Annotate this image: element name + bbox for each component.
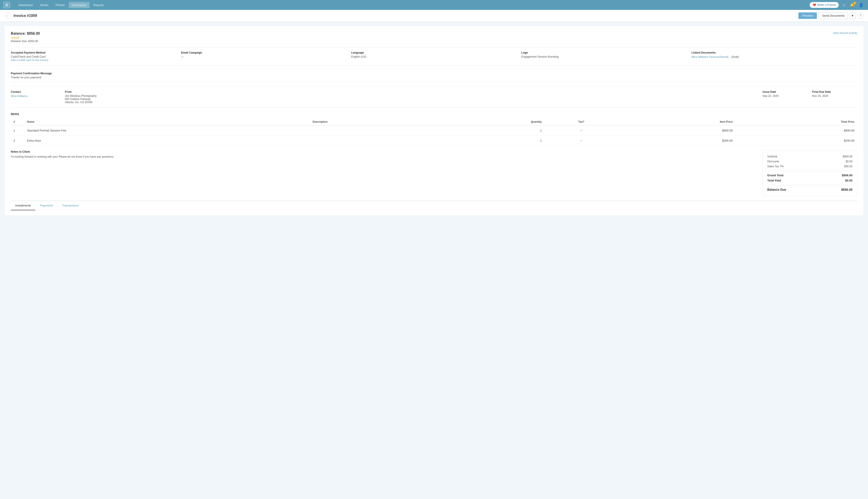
item-tax-1: ✓	[544, 125, 618, 136]
subtotal-label: Subtotal	[767, 155, 777, 158]
subtotal-row: Subtotal $800.00	[767, 154, 853, 159]
balance-due-value: $856.00	[841, 188, 853, 191]
email-campaign-label: Email Campaign	[181, 51, 347, 54]
notifications-button[interactable]: 🔔 3	[849, 2, 855, 8]
subtotal-value: $800.00	[843, 155, 853, 158]
nav-links: Dashboard Studio Photos Commerce Reports	[15, 2, 810, 8]
help-button[interactable]: ?	[857, 13, 864, 19]
linked-docs-label: Linked Documents	[692, 51, 857, 54]
col-tax: Tax?	[544, 119, 618, 125]
accepted-payment-method: Accepted Payment Method Cash/Check and C…	[11, 51, 176, 62]
linked-docs-status: (Draft)	[731, 56, 739, 59]
favorites-button[interactable]: ☆	[841, 2, 846, 8]
item-total-2: $200.00	[736, 136, 857, 146]
payment-info-grid: Accepted Payment Method Cash/Check and C…	[11, 47, 857, 65]
grand-total-row: Grand Total $856.00	[767, 173, 853, 178]
item-desc-1	[310, 125, 440, 136]
from-line1: Jen Bilodeau Photography	[65, 94, 155, 97]
issue-date-label: Issue Date	[762, 90, 808, 94]
view-recent-activity-link[interactable]: View Recent Activity	[833, 32, 857, 35]
add-credit-card-link[interactable]: Add a credit card to this invoice	[11, 59, 48, 62]
nav-dashboard[interactable]: Dashboard	[15, 2, 36, 8]
logo	[4, 2, 10, 8]
total-paid-value: $0.00	[845, 179, 853, 182]
accepted-method-value: Cash/Check and Credit Card	[11, 55, 176, 58]
final-due-date-value: Nov 16, 2020	[812, 94, 857, 97]
items-section: Items # Name Description Quantity Tax? I…	[11, 112, 857, 146]
refer-friend-button[interactable]: ❤️ Refer a Friend	[810, 2, 839, 8]
item-price-2: $200.00	[618, 136, 736, 146]
nav-reports[interactable]: Reports	[90, 2, 107, 8]
payment-confirmation-label: Payment Confirmation Message	[11, 72, 857, 75]
svg-rect-3	[7, 5, 8, 6]
payment-confirmation: Payment Confirmation Message Thanks for …	[11, 69, 857, 82]
heart-icon: ❤️	[813, 3, 816, 7]
preview-button[interactable]: Preview	[798, 12, 817, 19]
check-icon: ✓	[580, 129, 583, 132]
top-navigation: Dashboard Studio Photos Commerce Reports…	[0, 0, 868, 10]
from-line2: 600 Galleria Parkway	[65, 97, 155, 101]
back-button[interactable]: ‹	[4, 13, 11, 19]
contact-name-link[interactable]: Mina Williams	[11, 95, 27, 98]
chevron-down-icon: ▾	[852, 14, 853, 17]
send-documents-button[interactable]: Send Documents	[819, 12, 848, 19]
items-table-header: # Name Description Quantity Tax? Item Pr…	[11, 119, 857, 125]
final-due-date-label: Final Due Date	[812, 90, 857, 94]
email-campaign: Email Campaign —	[181, 51, 347, 62]
accepted-method-label: Accepted Payment Method	[11, 51, 176, 54]
notifications-badge: 3	[853, 2, 856, 5]
user-icon: 👤	[859, 3, 864, 7]
more-options-button[interactable]: ▾	[850, 12, 855, 19]
issue-date: Issue Date Sep 22, 2020	[762, 90, 808, 104]
item-total-1: $600.00	[736, 125, 857, 136]
language: Language English (US)	[351, 51, 517, 62]
contact-info: Contact Mina Williams	[11, 90, 60, 104]
account-button[interactable]: 👤	[858, 2, 864, 8]
svg-rect-0	[5, 4, 7, 5]
logo-label: Logo	[521, 51, 687, 54]
invoice-card: Balance: $856.00 Unpaid Retainer Due: $3…	[4, 26, 864, 215]
sales-tax-value: $56.00	[844, 165, 853, 168]
from-line3: Atlanta, GA, US 30339	[65, 101, 155, 104]
tab-installments[interactable]: Installments	[11, 201, 35, 210]
check-icon: ✓	[580, 139, 583, 142]
tabs-section: Installments Payments Transactions	[11, 200, 857, 210]
grand-total-label: Grand Total	[767, 174, 784, 177]
balance-section: Balance: $856.00 Unpaid Retainer Due: $3…	[11, 32, 857, 43]
spacer	[159, 90, 758, 104]
language-value: English (US)	[351, 55, 517, 58]
main-content: Balance: $856.00 Unpaid Retainer Due: $3…	[0, 22, 868, 499]
logo-info: Logo Engagement Session Branding	[521, 51, 687, 62]
item-desc-2	[310, 136, 440, 146]
final-due-date: Final Due Date Nov 16, 2020	[812, 90, 857, 104]
balance-info: Balance: $856.00 Unpaid Retainer Due: $3…	[11, 32, 40, 43]
balance-amount: Balance: $856.00	[11, 32, 40, 36]
discounts-value: $0.00	[846, 160, 853, 163]
col-name: Name	[24, 119, 310, 125]
payment-confirmation-value: Thanks for your payment!	[11, 76, 857, 79]
tab-transactions[interactable]: Transactions	[58, 201, 83, 210]
linked-docs-link[interactable]: Mina Williams Personal Brandi...	[692, 56, 730, 59]
col-quantity: Quantity	[440, 119, 544, 125]
balance-label: Balance:	[11, 32, 26, 35]
item-qty-1: 1	[440, 125, 544, 136]
notes-label: Notes to Client	[11, 150, 758, 153]
email-campaign-value: —	[181, 55, 347, 58]
nav-commerce[interactable]: Commerce	[69, 2, 90, 8]
col-item-price: Item Price	[618, 119, 736, 125]
tab-payments[interactable]: Payments	[35, 201, 58, 210]
nav-studio[interactable]: Studio	[37, 2, 51, 8]
svg-rect-1	[7, 4, 8, 5]
balance-due-label: Balance Due	[767, 188, 786, 191]
nav-photos[interactable]: Photos	[52, 2, 68, 8]
svg-rect-2	[5, 5, 7, 6]
items-table: # Name Description Quantity Tax? Item Pr…	[11, 119, 857, 146]
item-name-2: Extra Hour	[24, 136, 310, 146]
status-badge: Unpaid	[11, 36, 40, 39]
discounts-label: Discounts	[767, 160, 779, 163]
contact-label: Contact	[11, 90, 60, 94]
from-label: From	[65, 90, 155, 94]
nav-right-actions: ❤️ Refer a Friend ☆ 🔔 3 👤	[810, 2, 864, 8]
totals-section: Subtotal $800.00 Discounts $0.00 Sales T…	[762, 150, 857, 196]
item-num-2: 2	[11, 136, 24, 146]
